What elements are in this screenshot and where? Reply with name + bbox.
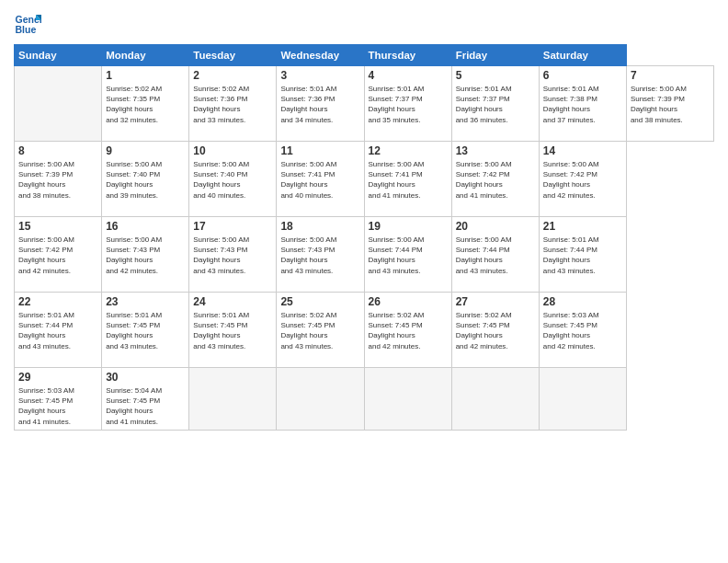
day-number: 11 bbox=[280, 144, 359, 157]
calendar-cell: 30 Sunrise: 5:04 AM Sunset: 7:45 PM Dayl… bbox=[102, 368, 189, 431]
calendar-cell: 11 Sunrise: 5:00 AM Sunset: 7:41 PM Dayl… bbox=[277, 142, 364, 217]
day-number: 27 bbox=[456, 295, 535, 308]
day-header-thursday: Thursday bbox=[364, 45, 451, 66]
day-number: 21 bbox=[543, 220, 622, 233]
calendar-cell: 23 Sunrise: 5:01 AM Sunset: 7:45 PM Dayl… bbox=[102, 293, 189, 368]
logo-icon: General Blue bbox=[14, 9, 41, 37]
day-info: Sunrise: 5:00 AM Sunset: 7:42 PM Dayligh… bbox=[543, 159, 622, 201]
calendar-table: SundayMondayTuesdayWednesdayThursdayFrid… bbox=[14, 44, 714, 431]
day-header-tuesday: Tuesday bbox=[189, 45, 277, 66]
day-header-friday: Friday bbox=[451, 45, 539, 66]
calendar-cell: 8 Sunrise: 5:00 AM Sunset: 7:39 PM Dayli… bbox=[15, 142, 102, 217]
day-number: 23 bbox=[106, 295, 185, 308]
day-info: Sunrise: 5:02 AM Sunset: 7:45 PM Dayligh… bbox=[280, 310, 359, 351]
header-row: SundayMondayTuesdayWednesdayThursdayFrid… bbox=[15, 45, 714, 66]
calendar-cell bbox=[15, 66, 102, 142]
day-number: 10 bbox=[193, 144, 272, 157]
day-info: Sunrise: 5:01 AM Sunset: 7:38 PM Dayligh… bbox=[543, 84, 622, 125]
day-info: Sunrise: 5:04 AM Sunset: 7:45 PM Dayligh… bbox=[106, 385, 185, 427]
calendar-cell bbox=[451, 368, 539, 431]
page-header: General Blue bbox=[14, 9, 714, 37]
calendar-cell: 5 Sunrise: 5:01 AM Sunset: 7:37 PM Dayli… bbox=[451, 66, 539, 142]
calendar-cell: 28 Sunrise: 5:03 AM Sunset: 7:45 PM Dayl… bbox=[539, 293, 626, 368]
calendar-cell: 9 Sunrise: 5:00 AM Sunset: 7:40 PM Dayli… bbox=[102, 142, 189, 217]
day-info: Sunrise: 5:01 AM Sunset: 7:37 PM Dayligh… bbox=[369, 84, 448, 125]
day-number: 6 bbox=[543, 69, 622, 82]
day-number: 9 bbox=[106, 144, 185, 157]
day-number: 17 bbox=[193, 220, 272, 233]
day-header-saturday: Saturday bbox=[539, 45, 626, 66]
day-number: 19 bbox=[369, 220, 448, 233]
calendar-cell bbox=[189, 368, 277, 431]
day-number: 12 bbox=[369, 144, 448, 157]
day-info: Sunrise: 5:00 AM Sunset: 7:40 PM Dayligh… bbox=[193, 159, 272, 201]
day-number: 15 bbox=[18, 220, 97, 233]
day-number: 13 bbox=[456, 144, 535, 157]
day-info: Sunrise: 5:02 AM Sunset: 7:45 PM Dayligh… bbox=[369, 310, 448, 351]
day-info: Sunrise: 5:01 AM Sunset: 7:44 PM Dayligh… bbox=[18, 310, 97, 351]
calendar-cell: 16 Sunrise: 5:00 AM Sunset: 7:43 PM Dayl… bbox=[102, 217, 189, 293]
calendar-cell: 17 Sunrise: 5:00 AM Sunset: 7:43 PM Dayl… bbox=[189, 217, 277, 293]
day-info: Sunrise: 5:03 AM Sunset: 7:45 PM Dayligh… bbox=[18, 385, 97, 427]
calendar-cell: 14 Sunrise: 5:00 AM Sunset: 7:42 PM Dayl… bbox=[539, 142, 626, 217]
calendar-cell: 27 Sunrise: 5:02 AM Sunset: 7:45 PM Dayl… bbox=[451, 293, 539, 368]
day-number: 5 bbox=[456, 69, 535, 82]
calendar-cell: 6 Sunrise: 5:01 AM Sunset: 7:38 PM Dayli… bbox=[539, 66, 626, 142]
calendar-cell: 4 Sunrise: 5:01 AM Sunset: 7:37 PM Dayli… bbox=[364, 66, 451, 142]
calendar-cell bbox=[539, 368, 626, 431]
day-info: Sunrise: 5:02 AM Sunset: 7:36 PM Dayligh… bbox=[193, 84, 272, 125]
calendar-cell: 13 Sunrise: 5:00 AM Sunset: 7:42 PM Dayl… bbox=[451, 142, 539, 217]
day-number: 1 bbox=[106, 69, 185, 82]
day-number: 30 bbox=[106, 371, 185, 384]
day-number: 8 bbox=[18, 144, 97, 157]
day-info: Sunrise: 5:00 AM Sunset: 7:39 PM Dayligh… bbox=[631, 84, 710, 125]
svg-text:Blue: Blue bbox=[16, 24, 37, 35]
calendar-cell bbox=[364, 368, 451, 431]
calendar-cell: 1 Sunrise: 5:02 AM Sunset: 7:35 PM Dayli… bbox=[102, 66, 189, 142]
day-number: 29 bbox=[18, 371, 97, 384]
calendar-cell: 15 Sunrise: 5:00 AM Sunset: 7:42 PM Dayl… bbox=[15, 217, 102, 293]
day-header-sunday: Sunday bbox=[15, 45, 102, 66]
calendar-cell: 24 Sunrise: 5:01 AM Sunset: 7:45 PM Dayl… bbox=[189, 293, 277, 368]
day-number: 3 bbox=[280, 69, 359, 82]
calendar-cell: 12 Sunrise: 5:00 AM Sunset: 7:41 PM Dayl… bbox=[364, 142, 451, 217]
day-number: 22 bbox=[18, 295, 97, 308]
day-info: Sunrise: 5:01 AM Sunset: 7:44 PM Dayligh… bbox=[543, 235, 622, 276]
calendar-cell: 21 Sunrise: 5:01 AM Sunset: 7:44 PM Dayl… bbox=[539, 217, 626, 293]
calendar-cell: 25 Sunrise: 5:02 AM Sunset: 7:45 PM Dayl… bbox=[277, 293, 364, 368]
day-number: 20 bbox=[456, 220, 535, 233]
day-info: Sunrise: 5:00 AM Sunset: 7:42 PM Dayligh… bbox=[456, 159, 535, 201]
day-number: 4 bbox=[369, 69, 448, 82]
day-info: Sunrise: 5:00 AM Sunset: 7:39 PM Dayligh… bbox=[18, 159, 97, 201]
day-header-monday: Monday bbox=[102, 45, 189, 66]
day-number: 25 bbox=[280, 295, 359, 308]
calendar-cell: 18 Sunrise: 5:00 AM Sunset: 7:43 PM Dayl… bbox=[277, 217, 364, 293]
day-info: Sunrise: 5:00 AM Sunset: 7:42 PM Dayligh… bbox=[18, 235, 97, 276]
calendar-cell: 3 Sunrise: 5:01 AM Sunset: 7:36 PM Dayli… bbox=[277, 66, 364, 142]
day-number: 2 bbox=[193, 69, 272, 82]
day-info: Sunrise: 5:00 AM Sunset: 7:40 PM Dayligh… bbox=[106, 159, 185, 201]
day-info: Sunrise: 5:00 AM Sunset: 7:43 PM Dayligh… bbox=[106, 235, 185, 276]
day-number: 16 bbox=[106, 220, 185, 233]
calendar-cell: 20 Sunrise: 5:00 AM Sunset: 7:44 PM Dayl… bbox=[451, 217, 539, 293]
day-info: Sunrise: 5:00 AM Sunset: 7:44 PM Dayligh… bbox=[456, 235, 535, 276]
day-info: Sunrise: 5:00 AM Sunset: 7:44 PM Dayligh… bbox=[369, 235, 448, 276]
day-number: 26 bbox=[369, 295, 448, 308]
calendar-cell: 19 Sunrise: 5:00 AM Sunset: 7:44 PM Dayl… bbox=[364, 217, 451, 293]
day-info: Sunrise: 5:01 AM Sunset: 7:45 PM Dayligh… bbox=[106, 310, 185, 351]
calendar-cell: 10 Sunrise: 5:00 AM Sunset: 7:40 PM Dayl… bbox=[189, 142, 277, 217]
calendar-cell: 22 Sunrise: 5:01 AM Sunset: 7:44 PM Dayl… bbox=[15, 293, 102, 368]
day-info: Sunrise: 5:03 AM Sunset: 7:45 PM Dayligh… bbox=[543, 310, 622, 351]
day-info: Sunrise: 5:02 AM Sunset: 7:35 PM Dayligh… bbox=[106, 84, 185, 125]
calendar-cell bbox=[277, 368, 364, 431]
calendar-cell: 26 Sunrise: 5:02 AM Sunset: 7:45 PM Dayl… bbox=[364, 293, 451, 368]
calendar-cell: 2 Sunrise: 5:02 AM Sunset: 7:36 PM Dayli… bbox=[189, 66, 277, 142]
day-info: Sunrise: 5:00 AM Sunset: 7:41 PM Dayligh… bbox=[280, 159, 359, 201]
day-info: Sunrise: 5:01 AM Sunset: 7:36 PM Dayligh… bbox=[280, 84, 359, 125]
day-info: Sunrise: 5:02 AM Sunset: 7:45 PM Dayligh… bbox=[456, 310, 535, 351]
day-number: 14 bbox=[543, 144, 622, 157]
day-info: Sunrise: 5:00 AM Sunset: 7:41 PM Dayligh… bbox=[369, 159, 448, 201]
calendar-cell: 7 Sunrise: 5:00 AM Sunset: 7:39 PM Dayli… bbox=[626, 66, 713, 142]
day-info: Sunrise: 5:00 AM Sunset: 7:43 PM Dayligh… bbox=[280, 235, 359, 276]
day-info: Sunrise: 5:01 AM Sunset: 7:37 PM Dayligh… bbox=[456, 84, 535, 125]
